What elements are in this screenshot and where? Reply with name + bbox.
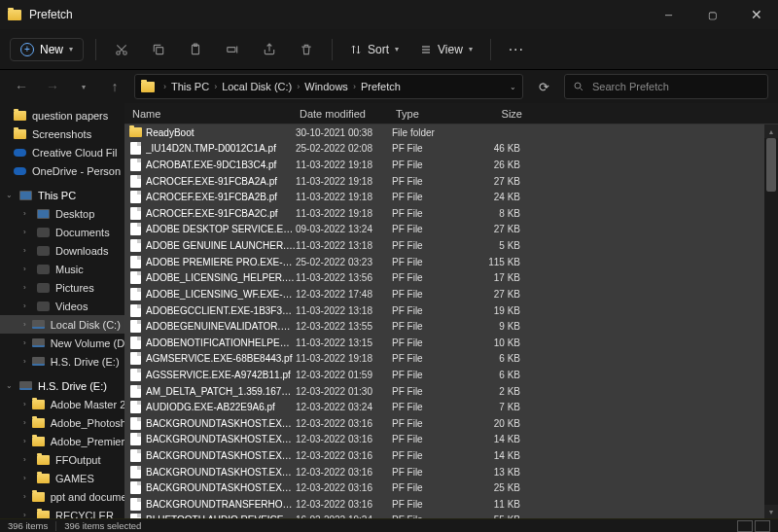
file-row[interactable]: BLUETOOTH AUDIO REVEICER.EXE-547EC...16-… <box>124 513 764 518</box>
crumb-prefetch[interactable]: Prefetch <box>361 81 401 92</box>
file-row[interactable]: BACKGROUNDTRANSFERHOST.EXE-DB32...12-03-… <box>124 496 764 513</box>
file-row[interactable]: BACKGROUNDTASKHOST.EXE-6D58042C.pf12-03-… <box>124 415 764 432</box>
sidebar-item[interactable]: ›New Volume (D: <box>0 334 124 352</box>
file-row[interactable]: BACKGROUNDTASKHOST.EXE-8CBD7053...12-03-… <box>124 432 764 448</box>
file-row[interactable]: ADOBE PREMIERE PRO.EXE-A70C060E.pf25-02-… <box>124 254 764 270</box>
sidebar-item[interactable]: Creative Cloud Fil <box>0 143 124 161</box>
scroll-down-button[interactable]: ▼ <box>764 505 778 518</box>
file-size: 7 KB <box>472 402 526 412</box>
crumb-windows[interactable]: Windows <box>304 81 348 92</box>
sidebar-item[interactable]: ›Desktop <box>0 204 124 223</box>
file-name: BACKGROUNDTRANSFERHOST.EXE-DB32... <box>146 499 296 510</box>
file-row[interactable]: ACROBAT.EXE-9DC1B3C4.pf11-03-2022 19:18P… <box>124 157 764 173</box>
sort-button[interactable]: Sort ▾ <box>344 39 405 60</box>
file-row[interactable]: ADOBE_LICENSING_WF.EXE-85291397.pf12-03-… <box>124 286 764 302</box>
sidebar-label: Adobe Master 2 <box>51 399 124 410</box>
sidebar-item[interactable]: ›Local Disk (C:) <box>0 315 124 334</box>
forward-button[interactable]: → <box>41 75 64 98</box>
file-row[interactable]: ADOBE DESKTOP SERVICE.EXE-A2925451.pf09-… <box>124 222 764 238</box>
sidebar-item[interactable]: ›Videos <box>0 297 124 315</box>
file-row[interactable]: AGSSERVICE.EXE-A9742B11.pf12-03-2022 01:… <box>124 367 764 383</box>
back-button[interactable]: ← <box>10 75 33 98</box>
file-row[interactable]: ACROCEF.EXE-91FCBA2B.pf11-03-2022 19:18P… <box>124 189 764 205</box>
svg-point-1 <box>124 51 127 54</box>
view-icon <box>420 44 432 55</box>
col-name-header[interactable]: Name <box>124 108 296 120</box>
file-list[interactable]: ReadyBoot30-10-2021 00:38File folder_IU1… <box>124 124 764 518</box>
sidebar-item[interactable]: ›Music <box>0 260 124 278</box>
delete-button[interactable] <box>293 36 320 63</box>
sidebar-item[interactable]: ›Adobe_Photosh <box>0 413 124 432</box>
file-name: ADOBE GENUINE LAUNCHER.EXE-88D95... <box>146 240 296 251</box>
sidebar-item[interactable]: ›ppt and docume <box>0 487 124 506</box>
rename-button[interactable] <box>219 36 246 63</box>
minimize-button[interactable]: ─ <box>647 0 690 29</box>
sidebar-item[interactable]: Screenshots <box>0 124 124 143</box>
view-button[interactable]: View ▾ <box>414 39 478 60</box>
more-button[interactable]: ··· <box>503 36 530 63</box>
maximize-button[interactable]: ▢ <box>690 0 734 29</box>
sidebar-item[interactable]: ›Downloads <box>0 241 124 260</box>
col-type-header[interactable]: Type <box>392 108 472 120</box>
refresh-button[interactable]: ⟳ <box>531 74 556 99</box>
crumb-local-disk[interactable]: Local Disk (C:) <box>222 81 292 92</box>
sidebar-item[interactable]: ›Adobe_Premiere <box>0 432 124 450</box>
file-size: 9 KB <box>472 321 526 332</box>
new-button[interactable]: + New ▾ <box>10 38 84 61</box>
close-button[interactable]: ✕ <box>734 0 778 29</box>
sidebar-item[interactable]: question papers <box>0 106 124 124</box>
file-size: 2 KB <box>472 386 526 397</box>
chevron-down-icon[interactable]: ⌄ <box>510 83 516 91</box>
search-input[interactable]: Search Prefetch <box>564 74 768 99</box>
file-row[interactable]: AUDIODG.EXE-AB22E9A6.pf12-03-2022 03:24P… <box>124 399 764 415</box>
sidebar-label: Local Disk (C:) <box>51 319 121 331</box>
file-row[interactable]: ADOBEGCCLIENT.EXE-1B3F3169.pf11-03-2022 … <box>124 302 764 319</box>
file-row[interactable]: BACKGROUNDTASKHOST.EXE-63F11000.pf12-03-… <box>124 464 764 480</box>
scroll-track[interactable] <box>764 138 778 505</box>
file-row[interactable]: ADOBE GENUINE LAUNCHER.EXE-88D95...11-03… <box>124 237 764 254</box>
col-size-header[interactable]: Size <box>472 108 530 120</box>
file-row[interactable]: BACKGROUNDTASKHOST.EXE-9F2EE4C2.pf12-03-… <box>124 447 764 464</box>
scroll-thumb[interactable] <box>766 138 776 192</box>
sidebar-item[interactable]: ›Documents <box>0 223 124 241</box>
file-row[interactable]: ACROCEF.EXE-91FCBA2C.pf11-03-2022 19:18P… <box>124 205 764 222</box>
file-row[interactable]: AGMSERVICE.EXE-68BE8443.pf11-03-2022 19:… <box>124 351 764 368</box>
file-row[interactable]: _IU14D2N.TMP-D0012C1A.pf25-02-2022 02:08… <box>124 141 764 158</box>
file-row[interactable]: ReadyBoot30-10-2021 00:38File folder <box>124 124 764 141</box>
file-row[interactable]: ACROCEF.EXE-91FCBA2A.pf11-03-2022 19:18P… <box>124 173 764 190</box>
file-row[interactable]: AM_DELTA_PATCH_1.359.1677.0.E-3139A...12… <box>124 383 764 400</box>
crumb-this-pc[interactable]: This PC <box>171 81 209 92</box>
file-row[interactable]: ADOBE_LICENSING_HELPER.EXE-A7EF98...11-0… <box>124 269 764 286</box>
recent-button[interactable]: ▾ <box>72 75 95 98</box>
view-grid-button[interactable] <box>755 520 770 532</box>
sidebar-item[interactable]: ›FFOutput <box>0 450 124 469</box>
view-details-button[interactable] <box>737 520 753 532</box>
sidebar-item[interactable]: ›Pictures <box>0 278 124 297</box>
col-date-header[interactable]: Date modified <box>296 108 392 120</box>
sidebar-item[interactable]: OneDrive - Person <box>0 161 124 180</box>
sidebar-item[interactable]: ›RECYCLER <box>0 506 124 518</box>
sidebar-item[interactable]: ⌄This PC <box>0 186 124 204</box>
sidebar-item[interactable]: ›H.S. Drive (E:) <box>0 352 124 371</box>
file-name: ReadyBoot <box>146 127 296 138</box>
cut-button[interactable] <box>108 36 135 63</box>
copy-button[interactable] <box>145 36 172 63</box>
sidebar-item[interactable]: ›GAMES <box>0 469 124 487</box>
scroll-up-button[interactable]: ▲ <box>764 124 778 138</box>
file-row[interactable]: BACKGROUNDTASKHOST.EXE-B16326C0.pf12-03-… <box>124 479 764 496</box>
sidebar-item[interactable]: ›Adobe Master 2 <box>0 395 124 413</box>
file-row[interactable]: ADOBENOTIFICATIONHELPER.EXE-25CC...11-03… <box>124 335 764 351</box>
share-button[interactable] <box>256 36 283 63</box>
scrollbar[interactable]: ▲ ▼ <box>764 124 778 518</box>
up-button[interactable]: ↑ <box>103 75 126 98</box>
file-type: PF File <box>392 434 472 444</box>
file-icon <box>130 223 141 235</box>
sidebar-label: H.S. Drive (E:) <box>51 356 120 368</box>
folder-icon <box>14 111 26 121</box>
file-icon <box>130 320 141 333</box>
file-row[interactable]: ADOBEGENUINEVALIDATOR.EXE-2BCAF8...12-03… <box>124 318 764 335</box>
breadcrumb[interactable]: › This PC› Local Disk (C:)› Windows› Pre… <box>134 74 523 99</box>
window-title: Prefetch <box>29 8 73 21</box>
paste-button[interactable] <box>182 36 209 63</box>
sidebar-item[interactable]: ⌄H.S. Drive (E:) <box>0 376 124 395</box>
